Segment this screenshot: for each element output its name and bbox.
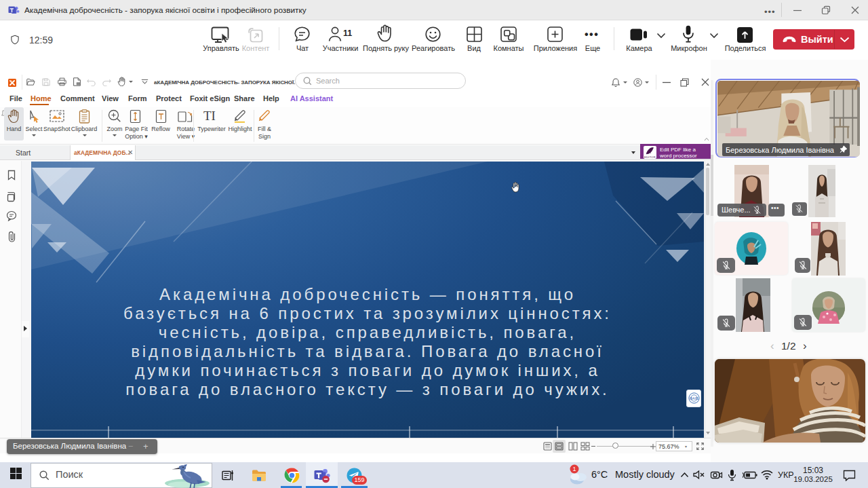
- svg-text:1: 1: [572, 466, 576, 472]
